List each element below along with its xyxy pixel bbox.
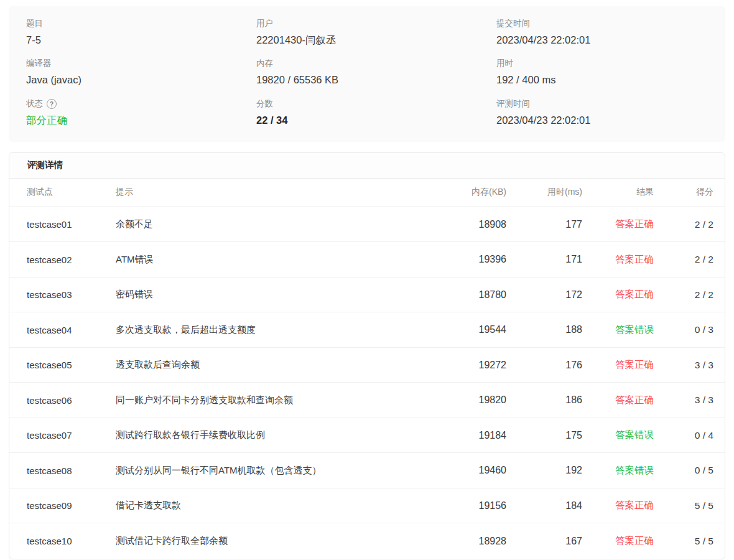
cell-time: 175 [506, 430, 582, 441]
cell-testcase: testcase01 [27, 219, 116, 230]
cell-result: 答案正确 [582, 358, 654, 371]
cell-hint: 多次透支取款，最后超出透支额度 [116, 324, 432, 336]
cell-time: 177 [506, 219, 582, 230]
cell-score: 0 / 4 [654, 430, 713, 441]
cell-hint: 测试跨行取款各银行手续费收取比例 [116, 429, 432, 441]
cell-hint: 余额不足 [116, 218, 432, 230]
cell-result: 答案正确 [582, 288, 654, 301]
judge-details-card: 评测详情 测试点 提示 内存(KB) 用时(ms) 结果 得分 testcase… [9, 152, 725, 559]
field-submit-time-label: 提交时间 [496, 19, 708, 29]
column-header-result: 结果 [582, 187, 654, 198]
cell-testcase: testcase07 [27, 430, 116, 441]
field-status-label-text: 状态 [26, 99, 43, 110]
cell-result: 答案正确 [582, 394, 654, 407]
field-time-used-value: 192 / 400 ms [496, 73, 708, 86]
details-title: 评测详情 [27, 159, 63, 171]
cell-hint: 透支取款后查询余额 [116, 359, 432, 371]
field-status-value: 部分正确 [26, 114, 256, 127]
cell-time: 167 [506, 536, 582, 547]
cell-score: 2 / 2 [654, 219, 713, 230]
table-row: testcase03密码错误18780172答案正确2 / 2 [9, 278, 725, 313]
cell-score: 3 / 3 [654, 360, 713, 371]
table-row: testcase05透支取款后查询余额19272176答案正确3 / 3 [9, 348, 725, 383]
cell-score: 0 / 3 [654, 324, 713, 335]
cell-memory: 18780 [432, 289, 506, 301]
cell-time: 172 [506, 289, 582, 301]
field-user-label: 用户 [256, 19, 496, 29]
cell-result: 答案错误 [582, 429, 654, 442]
column-header-score: 得分 [654, 187, 713, 198]
submission-result-page: 题目 7-5 用户 22201430-闫叙丞 提交时间 2023/04/23 2… [0, 0, 734, 560]
cell-time: 184 [506, 500, 582, 511]
field-memory: 内存 19820 / 65536 KB [256, 58, 496, 86]
cell-memory: 19184 [432, 430, 506, 441]
cell-result: 答案正确 [582, 253, 654, 266]
cell-hint: 同一账户对不同卡分别透支取款和查询余额 [116, 394, 432, 406]
table-row: testcase09借记卡透支取款19156184答案正确5 / 5 [9, 488, 725, 524]
cell-memory: 19396 [432, 254, 506, 265]
column-header-hint: 提示 [116, 187, 432, 198]
field-problem: 题目 7-5 [26, 19, 256, 47]
cell-testcase: testcase05 [27, 360, 116, 370]
cell-hint: 测试分别从同一银行不同ATM机取款（包含透支） [116, 465, 432, 477]
field-problem-value: 7-5 [26, 34, 256, 47]
cell-testcase: testcase08 [27, 465, 116, 476]
cell-hint: ATM错误 [116, 254, 432, 266]
column-header-memory: 内存(KB) [432, 187, 506, 198]
details-title-bar: 评测详情 [9, 153, 725, 179]
cell-memory: 19460 [432, 465, 506, 476]
field-user-value: 22201430-闫叙丞 [256, 34, 496, 47]
cell-time: 186 [506, 394, 582, 406]
field-judge-time-label: 评测时间 [496, 99, 708, 110]
table-row: testcase04多次透支取款，最后超出透支额度19544188答案错误0 /… [9, 312, 725, 348]
cell-time: 176 [506, 360, 582, 371]
field-judge-time: 评测时间 2023/04/23 22:02:01 [496, 99, 708, 127]
field-judge-time-value: 2023/04/23 22:02:01 [496, 114, 708, 127]
cell-memory: 19544 [432, 324, 506, 335]
table-header-row: 测试点 提示 内存(KB) 用时(ms) 结果 得分 [9, 179, 725, 207]
table-row: testcase06同一账户对不同卡分别透支取款和查询余额19820186答案正… [9, 383, 725, 418]
cell-memory: 18928 [432, 536, 506, 547]
cell-testcase: testcase02 [27, 254, 116, 265]
cell-score: 5 / 5 [654, 500, 713, 511]
field-memory-label: 内存 [256, 58, 496, 69]
cell-time: 192 [506, 465, 582, 476]
field-time-used-label: 用时 [496, 58, 708, 69]
cell-testcase: testcase06 [27, 395, 116, 406]
cell-hint: 密码错误 [116, 289, 432, 301]
cell-time: 188 [506, 324, 582, 335]
field-score-label: 分数 [256, 99, 496, 110]
cell-memory: 18908 [432, 219, 506, 230]
cell-result: 答案正确 [582, 534, 654, 548]
cell-time: 171 [506, 254, 582, 265]
cell-testcase: testcase09 [27, 500, 116, 511]
field-score: 分数 22 / 34 [256, 99, 496, 127]
table-row: testcase01余额不足18908177答案正确2 / 2 [9, 207, 725, 243]
cell-hint: 借记卡透支取款 [116, 500, 432, 511]
field-problem-label: 题目 [26, 19, 256, 29]
cell-result: 答案错误 [582, 464, 654, 477]
field-compiler-value: Java (javac) [26, 73, 256, 86]
field-user: 用户 22201430-闫叙丞 [256, 19, 496, 47]
cell-score: 2 / 2 [654, 289, 713, 301]
table-row: testcase10测试借记卡跨行取全部余额18928167答案正确5 / 5 [9, 523, 725, 559]
field-submit-time: 提交时间 2023/04/23 22:02:01 [496, 19, 708, 47]
submission-summary-card: 题目 7-5 用户 22201430-闫叙丞 提交时间 2023/04/23 2… [9, 6, 725, 142]
cell-memory: 19156 [432, 500, 506, 511]
cell-score: 2 / 2 [654, 254, 713, 265]
testcase-table-body: testcase01余额不足18908177答案正确2 / 2testcase0… [9, 207, 725, 559]
cell-score: 5 / 5 [654, 536, 713, 547]
cell-hint: 测试借记卡跨行取全部余额 [116, 535, 432, 547]
table-row: testcase02ATM错误19396171答案正确2 / 2 [9, 242, 725, 278]
field-memory-value: 19820 / 65536 KB [256, 73, 496, 86]
cell-result: 答案错误 [582, 324, 654, 337]
cell-result: 答案正确 [582, 499, 654, 512]
cell-score: 3 / 3 [654, 394, 713, 406]
field-submit-time-value: 2023/04/23 22:02:01 [496, 34, 708, 47]
table-row: testcase08测试分别从同一银行不同ATM机取款（包含透支）1946019… [9, 453, 725, 488]
column-header-time: 用时(ms) [506, 187, 582, 198]
help-icon[interactable]: ? [47, 99, 57, 109]
cell-memory: 19820 [432, 394, 506, 406]
field-compiler-label: 编译器 [26, 58, 256, 69]
cell-testcase: testcase10 [27, 536, 116, 546]
